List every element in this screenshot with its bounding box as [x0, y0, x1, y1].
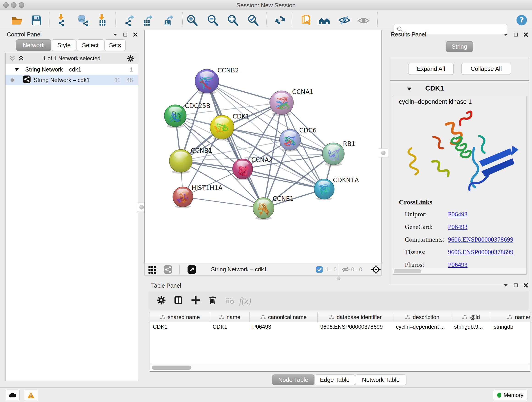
import-table-button[interactable]: [95, 14, 108, 27]
panel-float-icon[interactable]: [513, 32, 518, 37]
panel-float-icon[interactable]: [123, 32, 128, 37]
table-panel-window-controls: [503, 283, 528, 288]
results-button-bar: Expand All Collapse All: [390, 57, 529, 81]
cloud-button[interactable]: [6, 390, 19, 400]
help-button[interactable]: ?: [515, 14, 528, 27]
crosslink-link-3[interactable]: 9606.ENSP00000378699: [448, 249, 513, 256]
crosslink-link-0[interactable]: P06493: [448, 211, 468, 218]
delete-column-icon[interactable]: [208, 295, 218, 305]
crosslink-label: Uniprot:: [405, 211, 448, 218]
section-collapse-icon[interactable]: [406, 87, 412, 92]
selected-checkbox-icon[interactable]: [316, 266, 325, 275]
panel-menu-icon[interactable]: [113, 32, 118, 37]
column-header-0[interactable]: shared name: [150, 312, 210, 322]
right-splitter-handle[interactable]: [379, 148, 388, 157]
panel-close-icon[interactable]: [523, 283, 528, 288]
table-hscrollbar[interactable]: [151, 364, 530, 371]
node-label-CCNB1: CCNB1: [191, 147, 212, 154]
string-share-icon[interactable]: [163, 265, 172, 274]
function-builder-icon-disabled: f(x): [239, 296, 251, 306]
tab-style[interactable]: Style: [52, 39, 76, 51]
open-external-icon[interactable]: [187, 265, 196, 274]
export-table-button[interactable]: [141, 14, 154, 27]
tab-network[interactable]: Network: [16, 39, 51, 51]
crosslink-label: Tissues:: [405, 249, 448, 256]
crosslink-link-2[interactable]: 9606.ENSP00000378699: [448, 236, 513, 243]
panel-close-icon[interactable]: [523, 32, 528, 37]
node-label-CCNA2: CCNA2: [251, 156, 273, 163]
collapse-all-button[interactable]: Collapse All: [462, 63, 511, 75]
open-session-button[interactable]: [10, 14, 23, 27]
import-network-database-button[interactable]: [76, 14, 90, 27]
node-label-CDC25B: CDC25B: [185, 102, 210, 109]
tree-expand-icon[interactable]: [14, 66, 19, 73]
export-network-button[interactable]: [123, 14, 136, 27]
application-window: Session: New Session ? Control Panel: [0, 0, 532, 402]
panel-menu-icon[interactable]: [503, 32, 508, 37]
network-canvas[interactable]: CCNB2CCNA1CDC25BCDK1CDC6RB1CCNB1CCNA2CDK…: [144, 30, 382, 263]
tab-edge-table[interactable]: Edge Table: [314, 375, 355, 385]
network-label: String Network – cdk1: [34, 77, 90, 83]
column-header-5[interactable]: @id: [451, 312, 491, 322]
horizontal-splitter-handle[interactable]: [337, 276, 341, 280]
table-cell[interactable]: stringdb:9...: [451, 322, 491, 332]
warning-button[interactable]: [24, 390, 38, 400]
node-label-CDKN1A: CDKN1A: [333, 177, 359, 184]
first-neighbors-button[interactable]: [317, 14, 331, 27]
column-header-3[interactable]: database identifier: [317, 312, 393, 322]
import-network-file-button[interactable]: [54, 14, 67, 27]
crosslinks-list: Uniprot: P06493 GeneCard: P06493 Compart…: [405, 208, 524, 271]
panel-close-icon[interactable]: [133, 32, 138, 37]
table-cell[interactable]: P06493: [249, 322, 317, 332]
tab-string[interactable]: String: [446, 41, 473, 52]
node-label-HIST1H1A: HIST1H1A: [191, 184, 223, 191]
tab-select[interactable]: Select: [76, 39, 104, 51]
crosslink-link-4[interactable]: P06493: [448, 261, 468, 268]
show-columns-icon[interactable]: [173, 295, 183, 305]
tab-sets[interactable]: Sets: [104, 39, 126, 51]
clone-network-button[interactable]: [300, 14, 313, 27]
window-title: Session: New Session: [0, 2, 532, 9]
status-bar: Memory: [0, 387, 532, 402]
node-details-card: cyclin–dependent kinase 1 C: [393, 96, 526, 274]
zoom-fit-button[interactable]: [226, 14, 239, 27]
expand-all-button[interactable]: Expand All: [408, 63, 454, 75]
apply-layout-button[interactable]: [273, 14, 287, 27]
zoom-out-button[interactable]: [206, 14, 219, 27]
crosslink-row: Compartments: 9606.ENSP00000378699: [405, 233, 524, 246]
network-row-selected[interactable]: String Network – cdk1 11 48: [6, 75, 138, 85]
results-hscrollbar[interactable]: [393, 268, 526, 274]
crosslink-link-1[interactable]: P06493: [448, 223, 468, 230]
column-header-6[interactable]: namespace: [491, 312, 530, 322]
column-header-2[interactable]: canonical name: [249, 312, 317, 322]
table-cell[interactable]: CDK1: [150, 322, 210, 332]
table-cell[interactable]: cyclin–dependent ...: [393, 322, 451, 332]
table-cell[interactable]: stringdb: [491, 322, 530, 332]
hide-selected-button[interactable]: [338, 14, 351, 27]
panel-menu-icon[interactable]: [503, 283, 508, 288]
export-image-button[interactable]: [162, 14, 175, 27]
table-panel-title: Table Panel: [151, 282, 181, 289]
panel-float-icon[interactable]: [513, 283, 518, 288]
column-header-4[interactable]: description: [393, 312, 451, 322]
node-table[interactable]: shared namenamecanonical namedatabase id…: [150, 312, 530, 372]
table-hscrollbar-thumb[interactable]: [152, 366, 191, 370]
gear-icon[interactable]: [127, 55, 135, 64]
birdseye-grid-icon[interactable]: [148, 265, 157, 274]
fit-crosshair-icon[interactable]: [371, 264, 380, 274]
hidden-eye-icon: [342, 266, 351, 275]
network-collection-row[interactable]: String Network – cdk1 1: [6, 64, 138, 75]
show-all-button[interactable]: [357, 14, 370, 27]
save-session-button[interactable]: [30, 14, 43, 27]
gear-icon[interactable]: [156, 295, 166, 305]
table-cell[interactable]: 9606.ENSP00000378699: [317, 322, 393, 332]
tab-node-table[interactable]: Node Table: [272, 375, 314, 385]
column-header-1[interactable]: name: [210, 312, 249, 322]
memory-button[interactable]: Memory: [493, 390, 527, 400]
zoom-selected-button[interactable]: [246, 14, 260, 27]
zoom-in-button[interactable]: [185, 14, 199, 27]
table-cell[interactable]: CDK1: [210, 322, 249, 332]
tab-network-table[interactable]: Network Table: [355, 375, 406, 385]
crosslink-label: GeneCard:: [405, 223, 448, 230]
add-column-icon[interactable]: [191, 295, 201, 305]
